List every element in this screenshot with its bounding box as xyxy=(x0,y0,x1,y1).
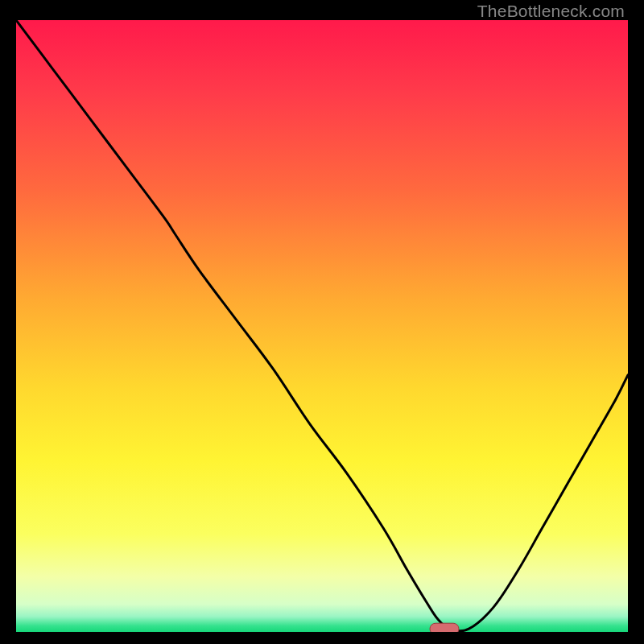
watermark-text: TheBottleneck.com xyxy=(477,2,625,21)
bottleneck-chart xyxy=(16,20,628,632)
optimal-marker xyxy=(430,623,459,632)
chart-frame xyxy=(16,20,628,632)
